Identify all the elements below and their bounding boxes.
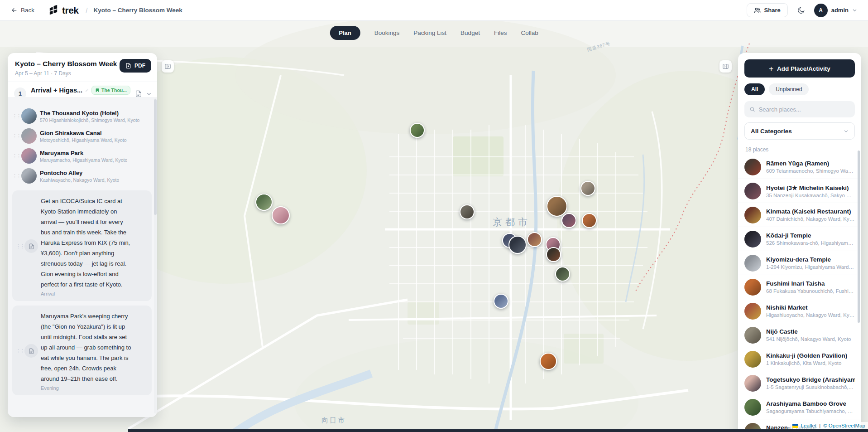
bottom-bar (128, 429, 868, 432)
map-marker[interactable] (272, 206, 290, 224)
note-icon (24, 239, 38, 253)
drag-handle[interactable]: ⋮⋮ (16, 349, 22, 353)
tab-plan[interactable]: Plan (330, 26, 360, 40)
place-list-item[interactable]: Rāmen Yūga (Ramen) 609 Teianmaenocho, Sh… (738, 155, 861, 179)
map-marker[interactable] (547, 196, 567, 217)
note-label: Evening (41, 385, 131, 391)
place-name: Nishiki Market (766, 304, 855, 311)
place-photo (744, 375, 761, 392)
place-address: Motoyoshichō, Higashiyama Ward, Kyoto (40, 137, 127, 143)
place-list-item[interactable]: Hyotei (3★ Michelin Kaiseki) 35 Nanzenji… (738, 179, 861, 203)
place-list-item[interactable]: Togetsukyo Bridge (Arashiyama) 1-5 Sagat… (738, 371, 861, 395)
panel-collapse-right-icon (722, 63, 729, 70)
search-input[interactable] (759, 106, 850, 113)
collapse-left-panel-button[interactable] (162, 60, 174, 73)
hotel-badge[interactable]: The Thou... (91, 86, 130, 95)
search-icon (749, 106, 755, 112)
tab-files[interactable]: Files (494, 29, 507, 36)
place-address: 541 Nijōjōchō, Nakagyo Ward, Kyoto (766, 336, 851, 342)
map-canvas[interactable]: 京都市 向日市 国道367号 Plan Bookings Packing Lis… (0, 21, 868, 432)
leaflet-link[interactable]: Leaflet (801, 423, 817, 428)
share-button[interactable]: Share (747, 3, 788, 17)
add-place-activity-button[interactable]: + Add Place/Activity (744, 59, 855, 78)
edit-pencil-icon[interactable] (86, 87, 88, 93)
day-notes-icon[interactable] (135, 90, 142, 97)
day-title: Arrival + Higas... (31, 87, 82, 94)
drag-handle[interactable]: ⋮⋮ (12, 154, 18, 158)
tab-packing-list[interactable]: Packing List (413, 29, 446, 36)
place-list-item[interactable]: Kinmata (Kaiseki Restaurant) 407 Dainich… (738, 203, 861, 227)
openstreetmap-link[interactable]: © OpenStreetMap (823, 423, 865, 428)
place-address: 609 Teianmaenocho, Shimogyo Ward, Ky... (766, 168, 855, 174)
itinerary-scrollbar-thumb[interactable] (154, 99, 157, 215)
itinerary-place-row[interactable]: ⋮⋮ Pontocho Alley Kashiwayacho, Nakagyo … (12, 166, 152, 186)
place-list-item[interactable]: Kinkaku-ji (Golden Pavilion) 1 Kinkakuji… (738, 347, 861, 371)
collapse-right-panel-button[interactable] (719, 60, 732, 73)
place-address: 570 Higashishiokojichō, Shimogyo Ward, K… (40, 117, 139, 123)
note-text: Get an ICOCA/Suica IC card at Kyoto Stat… (41, 196, 131, 290)
place-address: 407 Dainichichō, Nakagyo Ward, Kyoto (766, 216, 855, 222)
export-pdf-button[interactable]: PDF (120, 59, 151, 73)
map-marker[interactable] (410, 123, 425, 138)
drag-handle[interactable]: ⋮⋮ (16, 244, 22, 248)
map-marker[interactable] (561, 213, 576, 228)
place-list-item[interactable]: Kiyomizu-dera Temple 1-294 Kiyomizu, Hig… (738, 251, 861, 275)
place-address: Sagaogurayama Tabuchiyamacho, Ukyo ... (766, 408, 855, 414)
map-marker[interactable] (494, 294, 508, 309)
place-photo (744, 159, 761, 175)
place-list-item[interactable]: Kōdai-ji Temple 526 Shimokawara-chō, Hig… (738, 227, 861, 251)
note-icon (24, 344, 38, 358)
user-menu[interactable]: A admin (814, 4, 857, 17)
itinerary-place-row[interactable]: ⋮⋮ The Thousand Kyoto (Hotel) 570 Higash… (12, 106, 152, 126)
map-marker[interactable] (527, 232, 542, 247)
place-name: Kōdai-ji Temple (766, 232, 855, 239)
tab-collab[interactable]: Collab (521, 29, 538, 36)
place-name: Arashiyama Bamboo Grove (766, 400, 855, 407)
note-label: Arrival (41, 291, 131, 296)
map-marker[interactable] (540, 353, 557, 370)
filter-unplanned[interactable]: Unplanned (769, 83, 809, 95)
app-header: Back trek / Kyoto – Cherry Blossom Week … (0, 0, 868, 21)
category-dropdown[interactable]: All Categories (744, 122, 855, 140)
place-list-item[interactable]: Fushimi Inari Taisha 68 Fukakusa Yabunou… (738, 275, 861, 299)
day-1-contents: ⋮⋮ The Thousand Kyoto (Hotel) 570 Higash… (8, 97, 157, 417)
day-chevron-icon[interactable] (146, 91, 152, 97)
breadcrumb-separator: / (86, 7, 88, 14)
map-marker[interactable] (460, 204, 475, 219)
map-marker[interactable] (582, 213, 597, 228)
map-marker[interactable] (546, 247, 561, 262)
place-address: 526 Shimokawara-chō, Higashiyama War... (766, 240, 855, 246)
itinerary-note[interactable]: ⋮⋮ Get an ICOCA/Suica IC card at Kyoto S… (12, 190, 152, 301)
place-name: Pontocho Alley (40, 170, 119, 176)
place-name: The Thousand Kyoto (Hotel) (40, 110, 139, 116)
map-marker[interactable] (508, 236, 527, 254)
map-marker[interactable] (255, 194, 273, 211)
place-address: 35 Nanzenji Kusakawachō, Sakyo Ward, ... (766, 193, 855, 198)
place-list-item[interactable]: Nijō Castle 541 Nijōjōchō, Nakagyo Ward,… (738, 323, 861, 347)
drag-handle[interactable]: ⋮⋮ (12, 114, 18, 118)
pdf-label: PDF (134, 63, 145, 69)
map-marker[interactable] (580, 181, 595, 196)
drag-handle[interactable]: ⋮⋮ (12, 134, 18, 138)
category-dropdown-value: All Categories (751, 128, 792, 135)
brand-logo[interactable]: trek (48, 5, 79, 16)
map-marker[interactable] (555, 267, 570, 282)
drag-handle[interactable]: ⋮⋮ (12, 174, 18, 178)
places-search[interactable] (744, 101, 855, 117)
back-button[interactable]: Back (11, 7, 34, 14)
itinerary-place-row[interactable]: ⋮⋮ Gion Shirakawa Canal Motoyoshichō, Hi… (12, 126, 152, 146)
tab-bookings[interactable]: Bookings (374, 29, 400, 36)
itinerary-place-row[interactable]: ⋮⋮ Maruyama Park Maruyamacho, Higashiyam… (12, 146, 152, 166)
avatar: A (814, 4, 828, 17)
place-photo (744, 207, 761, 223)
back-label: Back (21, 7, 34, 14)
dark-mode-toggle[interactable] (797, 6, 805, 15)
places-scrollbar-thumb[interactable] (858, 150, 860, 323)
place-address: 68 Fukakusa Yabunouchichō, Fushimi Wa... (766, 288, 855, 294)
filter-all[interactable]: All (744, 83, 765, 95)
place-list-item[interactable]: Arashiyama Bamboo Grove Sagaogurayama Ta… (738, 395, 861, 419)
tab-budget[interactable]: Budget (460, 29, 480, 36)
place-name: Kiyomizu-dera Temple (766, 256, 855, 263)
place-list-item[interactable]: Nishiki Market Higashiuoyacho, Nakagyo W… (738, 299, 861, 323)
itinerary-note[interactable]: ⋮⋮ Maruyama Park's weeping cherry (the "… (12, 306, 152, 395)
